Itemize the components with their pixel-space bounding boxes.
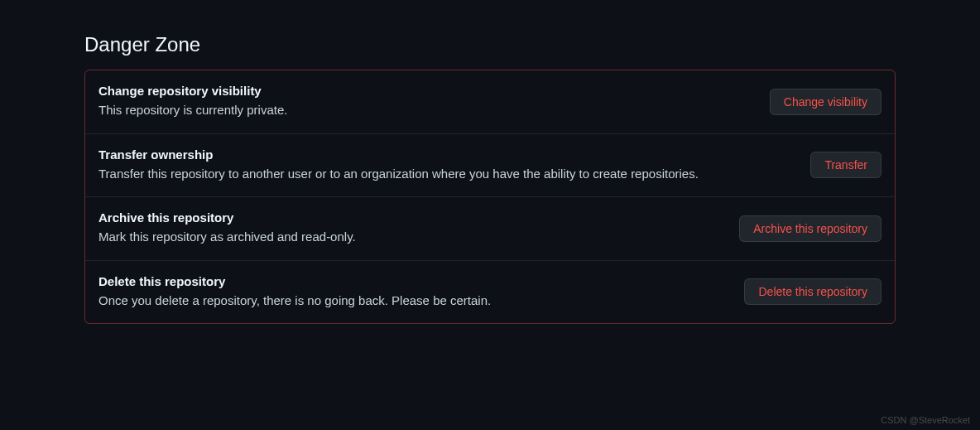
delete-repository-button[interactable]: Delete this repository [744, 278, 882, 305]
change-visibility-row: Change repository visibility This reposi… [85, 70, 895, 134]
item-content: Change repository visibility This reposi… [98, 84, 770, 120]
section-title: Danger Zone [84, 33, 896, 56]
item-content: Delete this repository Once you delete a… [98, 274, 744, 311]
item-description: This repository is currently private. [98, 101, 753, 120]
item-title: Archive this repository [98, 210, 723, 225]
item-content: Transfer ownership Transfer this reposit… [98, 147, 810, 184]
change-visibility-button[interactable]: Change visibility [770, 89, 882, 115]
watermark: CSDN @SteveRocket [881, 415, 970, 425]
item-description: Mark this repository as archived and rea… [98, 228, 723, 247]
danger-zone-box: Change repository visibility This reposi… [84, 70, 896, 324]
item-content: Archive this repository Mark this reposi… [98, 210, 739, 247]
danger-zone-container: Danger Zone Change repository visibility… [84, 33, 896, 324]
item-title: Delete this repository [98, 274, 728, 288]
archive-repository-row: Archive this repository Mark this reposi… [85, 197, 895, 261]
item-description: Transfer this repository to another user… [98, 165, 794, 184]
transfer-button[interactable]: Transfer [810, 152, 882, 178]
transfer-ownership-row: Transfer ownership Transfer this reposit… [85, 134, 895, 198]
item-title: Change repository visibility [98, 84, 753, 98]
item-description: Once you delete a repository, there is n… [98, 292, 728, 311]
delete-repository-row: Delete this repository Once you delete a… [85, 261, 895, 324]
archive-repository-button[interactable]: Archive this repository [739, 215, 882, 242]
item-title: Transfer ownership [98, 147, 794, 162]
